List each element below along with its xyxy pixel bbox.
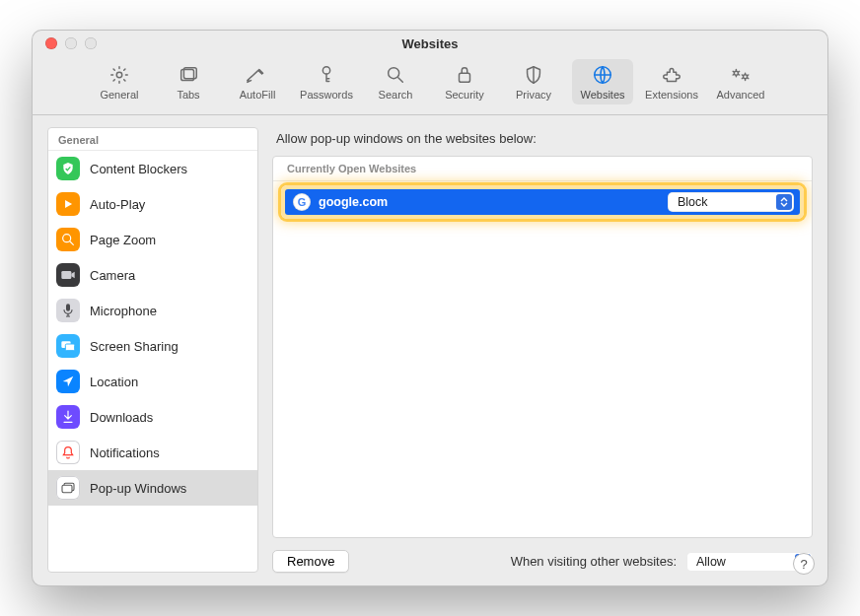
sidebar-item-label: Page Zoom xyxy=(90,233,156,247)
toolbar-tab-label: Privacy xyxy=(516,89,551,101)
autoplay-icon xyxy=(56,192,80,216)
toolbar-tab-label: Search xyxy=(379,89,413,101)
svg-point-7 xyxy=(734,71,738,75)
sidebar-item-label: Downloads xyxy=(90,410,153,425)
remove-button[interactable]: Remove xyxy=(272,550,349,573)
svg-point-0 xyxy=(116,72,122,78)
privacy-icon xyxy=(523,65,544,85)
sidebar-item-location[interactable]: Location xyxy=(48,364,257,399)
zoom-window-button[interactable] xyxy=(85,37,97,49)
sidebar-item-label: Screen Sharing xyxy=(90,339,179,354)
screen-sharing-icon xyxy=(56,334,80,358)
sidebar-item-autoplay[interactable]: Auto-Play xyxy=(48,186,257,222)
toolbar-tab-extensions[interactable]: Extensions xyxy=(641,59,702,104)
help-button[interactable]: ? xyxy=(793,553,815,575)
sidebar-item-label: Notifications xyxy=(90,445,160,460)
toolbar-tab-label: Advanced xyxy=(717,89,765,101)
popups-icon xyxy=(56,476,80,500)
sidebar-item-label: Auto-Play xyxy=(90,197,145,212)
titlebar: Websites xyxy=(32,30,828,57)
passwords-icon xyxy=(317,65,336,85)
toolbar-tab-label: Passwords xyxy=(300,89,353,101)
toolbar-tab-passwords[interactable]: Passwords xyxy=(296,59,357,104)
websites-category-sidebar: General Content Blockers Auto-Play Page … xyxy=(47,127,258,573)
advanced-icon xyxy=(729,65,752,85)
toolbar-tab-autofill[interactable]: AutoFill xyxy=(227,59,288,104)
svg-point-3 xyxy=(322,67,329,74)
window-controls xyxy=(32,37,97,49)
security-icon xyxy=(455,65,474,85)
toolbar-tab-label: Tabs xyxy=(177,89,199,101)
camera-icon xyxy=(56,263,80,287)
preferences-toolbar: General Tabs AutoFill Passwords Search S… xyxy=(32,57,828,115)
svg-rect-5 xyxy=(460,73,470,82)
svg-point-8 xyxy=(744,75,748,79)
location-icon xyxy=(56,370,80,393)
preferences-body: General Content Blockers Auto-Play Page … xyxy=(32,115,828,586)
general-icon xyxy=(108,65,130,85)
panel-footer: Remove When visiting other websites: All… xyxy=(272,550,813,573)
tabs-icon xyxy=(178,65,199,85)
instruction-text: Allow pop-up windows on the websites bel… xyxy=(276,131,813,146)
toolbar-tab-privacy[interactable]: Privacy xyxy=(503,59,564,104)
toolbar-tab-tabs[interactable]: Tabs xyxy=(158,59,219,104)
content-blockers-icon xyxy=(56,157,80,180)
svg-point-4 xyxy=(389,68,399,79)
search-icon xyxy=(385,65,406,85)
other-websites-label: When visiting other websites: xyxy=(511,554,677,569)
toolbar-tab-label: General xyxy=(100,89,138,101)
website-name: google.com xyxy=(319,195,660,209)
google-favicon-icon: G xyxy=(293,193,311,211)
toolbar-tab-label: AutoFill xyxy=(240,89,276,101)
minimize-window-button[interactable] xyxy=(65,37,77,49)
toolbar-tab-general[interactable]: General xyxy=(89,59,150,104)
sidebar-item-microphone[interactable]: Microphone xyxy=(48,293,257,328)
svg-rect-15 xyxy=(62,485,72,492)
sidebar-item-camera[interactable]: Camera xyxy=(48,257,257,293)
sidebar-item-popups[interactable]: Pop-up Windows xyxy=(48,470,257,506)
svg-rect-10 xyxy=(61,271,71,279)
websites-icon xyxy=(592,65,613,85)
sidebar-item-label: Content Blockers xyxy=(90,162,187,176)
sidebar-item-downloads[interactable]: Downloads xyxy=(48,399,257,435)
notifications-icon xyxy=(56,441,80,464)
page-zoom-icon xyxy=(56,228,80,251)
preferences-window: Websites General Tabs AutoFill Passwords… xyxy=(32,30,828,586)
svg-point-9 xyxy=(63,235,71,242)
extensions-icon xyxy=(661,65,682,85)
sidebar-item-label: Camera xyxy=(90,268,135,283)
toolbar-tab-label: Extensions xyxy=(645,89,698,101)
close-window-button[interactable] xyxy=(45,37,57,49)
row-permission-select-wrap: Block xyxy=(668,192,794,212)
sidebar-section-header: General xyxy=(48,128,257,151)
svg-rect-11 xyxy=(66,304,70,310)
highlighted-row-wrap: G google.com Block xyxy=(281,185,804,219)
downloads-icon xyxy=(56,405,80,429)
toolbar-tab-search[interactable]: Search xyxy=(365,59,426,104)
sidebar-item-label: Location xyxy=(90,375,138,389)
sidebar-item-content-blockers[interactable]: Content Blockers xyxy=(48,151,257,186)
toolbar-tab-label: Websites xyxy=(580,89,624,101)
sidebar-item-label: Pop-up Windows xyxy=(90,481,186,496)
sidebar-item-notifications[interactable]: Notifications xyxy=(48,435,257,470)
autofill-icon xyxy=(246,65,269,85)
table-header: Currently Open Websites xyxy=(273,157,812,181)
toolbar-tab-label: Security xyxy=(445,89,484,101)
websites-table: Currently Open Websites G google.com Blo… xyxy=(272,156,813,538)
sidebar-item-label: Microphone xyxy=(90,304,157,318)
toolbar-tab-websites[interactable]: Websites xyxy=(572,59,633,104)
svg-rect-13 xyxy=(65,344,74,351)
sidebar-item-page-zoom[interactable]: Page Zoom xyxy=(48,222,257,257)
toolbar-tab-security[interactable]: Security xyxy=(434,59,495,104)
websites-detail-panel: Allow pop-up windows on the websites bel… xyxy=(272,127,813,573)
sidebar-item-screen-sharing[interactable]: Screen Sharing xyxy=(48,328,257,364)
toolbar-tab-advanced[interactable]: Advanced xyxy=(710,59,771,104)
window-title: Websites xyxy=(32,36,828,51)
microphone-icon xyxy=(56,299,80,322)
row-permission-select[interactable]: Block xyxy=(668,192,794,212)
website-row[interactable]: G google.com Block xyxy=(285,189,800,215)
